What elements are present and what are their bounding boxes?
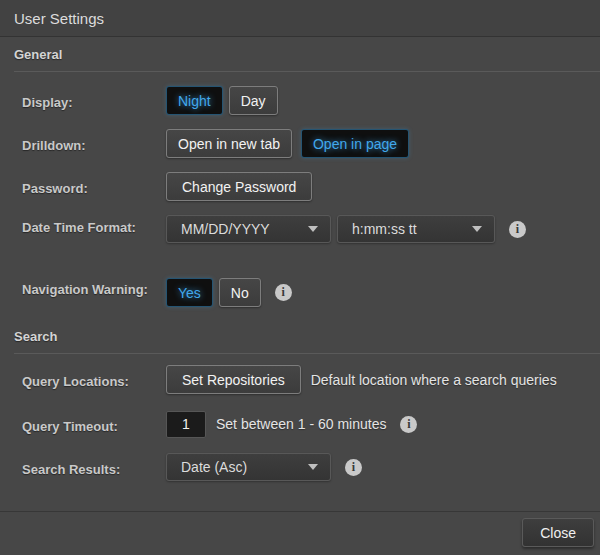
query-locations-description: Default location where a search queries [311,366,557,394]
date-format-value: MM/DD/YYYY [181,221,270,237]
row-password: Password: Change Password [0,172,600,201]
info-icon[interactable]: i [400,416,417,433]
search-results-label: Search Results: [0,453,166,480]
dialog-title: User Settings [14,10,104,27]
display-day-button[interactable]: Day [229,86,278,115]
dialog-footer: Close [0,511,600,555]
query-timeout-description: Set between 1 - 60 minutes [216,410,386,438]
datetime-format-label: Date Time Format: [0,215,166,238]
display-label: Display: [0,86,166,113]
section-header-search: Search [14,330,600,354]
drilldown-new-tab-button[interactable]: Open in new tab [166,129,292,158]
search-results-dropdown[interactable]: Date (Asc) [166,453,331,481]
query-timeout-input[interactable] [166,411,206,438]
info-icon[interactable]: i [275,284,292,301]
nav-warning-yes-button[interactable]: Yes [166,278,213,307]
password-label: Password: [0,172,166,199]
time-format-value: h:mm:ss tt [352,221,417,237]
row-query-timeout: Query Timeout: Set between 1 - 60 minute… [0,410,600,438]
display-night-button[interactable]: Night [166,86,223,115]
change-password-button[interactable]: Change Password [166,172,312,201]
drilldown-in-page-button[interactable]: Open in page [301,129,409,158]
dialog-titlebar: User Settings [0,0,600,37]
navigation-warning-label: Navigation Warning: [0,278,166,300]
section-header-general: General [14,48,600,72]
row-datetime-format: Date Time Format: MM/DD/YYYY h:mm:ss tt … [0,215,600,243]
chevron-down-icon [472,226,482,232]
chevron-down-icon [308,464,318,470]
row-query-locations: Query Locations: Set Repositories Defaul… [0,365,600,394]
search-results-value: Date (Asc) [181,459,247,475]
row-drilldown: Drilldown: Open in new tab Open in page [0,129,600,158]
nav-warning-no-button[interactable]: No [219,278,261,307]
row-display: Display: Night Day [0,86,600,115]
set-repositories-button[interactable]: Set Repositories [166,365,301,394]
chevron-down-icon [308,226,318,232]
close-button[interactable]: Close [522,518,594,547]
query-locations-label: Query Locations: [0,365,166,392]
info-icon[interactable]: i [509,221,526,238]
query-timeout-label: Query Timeout: [0,410,166,437]
user-settings-dialog: User Settings General Display: Night Day… [0,0,600,555]
row-search-results: Search Results: Date (Asc) i [0,453,600,481]
drilldown-toggle-group: Open in new tab Open in page [166,129,409,158]
info-icon[interactable]: i [345,459,362,476]
display-toggle-group: Night Day [166,86,278,115]
row-navigation-warning: Navigation Warning: Yes No i [0,278,600,307]
date-format-dropdown[interactable]: MM/DD/YYYY [166,215,331,243]
drilldown-label: Drilldown: [0,129,166,156]
time-format-dropdown[interactable]: h:mm:ss tt [337,215,495,243]
